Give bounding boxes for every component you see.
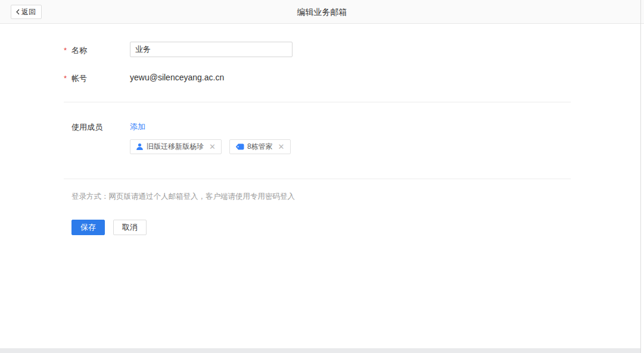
member-tag: 旧版迁移新版杨珍 ✕ <box>130 139 222 154</box>
window-right-edge <box>640 0 641 353</box>
login-method-hint: 登录方式：网页版请通过个人邮箱登入，客户端请使用专用密码登入 <box>71 192 295 202</box>
cancel-button[interactable]: 取消 <box>113 220 147 235</box>
required-marker: * <box>64 46 67 55</box>
add-member-link[interactable]: 添加 <box>130 121 145 132</box>
name-field-label: * 名称 <box>71 45 87 56</box>
remove-member-icon[interactable]: ✕ <box>209 143 216 151</box>
divider <box>64 179 571 179</box>
member-tags-row: 旧版迁移新版杨珍 ✕ 8栋管家 ✕ <box>130 139 291 154</box>
account-value: yewu@silenceyang.ac.cn <box>130 73 224 82</box>
divider <box>64 102 571 102</box>
back-button[interactable]: 返回 <box>11 5 42 19</box>
header-bar: 返回 编辑业务邮箱 <box>0 0 644 24</box>
form-actions: 保存 取消 <box>71 220 147 235</box>
save-button[interactable]: 保存 <box>71 220 105 235</box>
chevron-left-icon <box>15 9 20 15</box>
tag-icon <box>235 143 244 150</box>
members-field-label: 使用成员 <box>71 122 102 133</box>
name-input[interactable] <box>130 42 293 57</box>
member-tag-name: 8栋管家 <box>247 142 273 152</box>
back-button-label: 返回 <box>21 7 36 17</box>
required-marker: * <box>64 74 67 83</box>
page-title: 编辑业务邮箱 <box>0 0 644 24</box>
horizontal-scrollbar[interactable] <box>0 348 640 353</box>
user-icon <box>136 143 144 151</box>
edit-business-mailbox-page: 返回 编辑业务邮箱 * 名称 * 帐号 yewu@silenceyang.ac.… <box>0 0 644 353</box>
account-field-label: * 帐号 <box>71 73 87 84</box>
remove-member-icon[interactable]: ✕ <box>278 143 285 151</box>
member-tag: 8栋管家 ✕ <box>229 139 291 154</box>
member-tag-name: 旧版迁移新版杨珍 <box>147 142 204 152</box>
